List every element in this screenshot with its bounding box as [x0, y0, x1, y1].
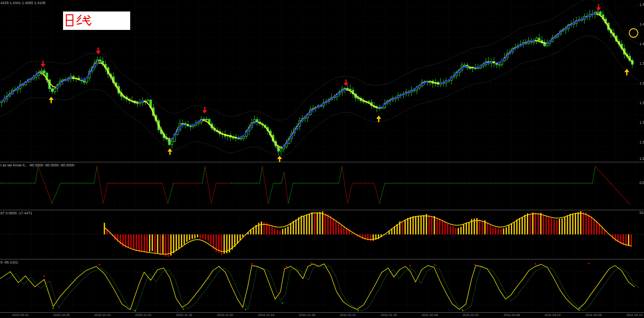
stoch-dot-red — [286, 266, 287, 267]
candles-layer — [1, 9, 634, 155]
bollinger-lower — [0, 36, 639, 156]
time-axis[interactable]: 2010.09.212010.10.052010.10.192010.11.02… — [0, 313, 644, 318]
period-label-glyphs — [63, 11, 130, 30]
semaphore-segment — [595, 166, 630, 205]
time-axis-label: 2010.12.14 — [258, 313, 274, 317]
time-axis-label: 2010.11.02 — [135, 313, 151, 317]
semaphore-segment — [380, 166, 595, 203]
stoch-dot-red — [535, 263, 536, 265]
right-axis-label: 1.3340 — [639, 120, 644, 125]
stoch-dot-red — [588, 263, 590, 264]
sell-arrow-icon — [202, 107, 207, 114]
stoch-signal-line — [5, 266, 640, 311]
time-axis-label: 2010.11.16 — [176, 313, 192, 317]
time-axis-label: 2011.03.08 — [504, 313, 520, 317]
stoch-dot-red — [311, 263, 312, 264]
right-axis-label: 0.0 — [639, 181, 644, 185]
stoch-dot-red — [251, 263, 253, 265]
stoch-dot-green — [579, 310, 580, 311]
stochastic-pane-info: 9 -85.1421 — [0, 260, 18, 264]
time-axis-label: 2011.04.19 — [626, 313, 642, 317]
stoch-dot-green — [245, 309, 246, 310]
grid-layer — [0, 0, 644, 312]
stoch-dot-green — [462, 310, 463, 311]
time-axis-label: 2011.03.22 — [545, 313, 560, 317]
trend-line-segment — [144, 101, 170, 139]
histogram-bars — [104, 211, 632, 257]
semaphore-segment — [97, 166, 168, 203]
stoch-main-line — [0, 264, 635, 310]
buy-arrow-icon — [624, 69, 629, 75]
right-axis-label: 1.3535 — [639, 101, 644, 105]
semaphore-segment — [52, 166, 97, 203]
right-axis-label: 1.4510 — [639, 2, 644, 7]
right-axis-label: 1.3145 — [639, 140, 644, 144]
semaphore-segment — [342, 166, 380, 203]
white-ma-line — [0, 13, 633, 149]
glyph-xian-icon — [77, 15, 91, 25]
trend-line-segment — [99, 63, 139, 102]
sell-arrow-icon — [96, 48, 101, 54]
trend-line-segment — [495, 41, 535, 63]
semaphore-pane — [0, 166, 630, 205]
histogram-pane — [104, 211, 632, 257]
time-axis-label: 2011.02.22 — [463, 313, 479, 317]
histogram-signal-line — [104, 213, 631, 254]
time-axis-label: 2011.01.25 — [381, 313, 397, 317]
time-axis-label: 2010.11.30 — [217, 313, 233, 317]
buy-arrow-icon — [167, 148, 172, 155]
time-axis-label: 2011.02.08 — [422, 313, 438, 317]
stoch-dot-red — [410, 265, 411, 266]
glyph-ri-icon — [66, 15, 73, 26]
semaphore-segment — [288, 166, 342, 203]
chart-window: 4229 1.4341 1.4065 1.4106 t as we know i… — [0, 0, 644, 318]
right-axis-label: 1.3925 — [639, 61, 644, 66]
chart-canvas[interactable] — [0, 0, 644, 318]
time-axis-label: 2010.12.28 — [299, 313, 315, 317]
stoch-dot-red — [99, 264, 100, 266]
right-axis-label: 1.4315 — [639, 22, 644, 26]
histogram-pane-info: 87 0.0000 -17.4471 — [0, 211, 32, 215]
stoch-dot-green — [183, 309, 184, 310]
trend-line-segment — [468, 67, 474, 67]
stoch-dot-green — [135, 310, 136, 311]
semaphore-segment — [168, 183, 174, 203]
stochastic-pane — [0, 263, 640, 312]
time-axis-label: 2010.10.19 — [94, 313, 111, 317]
sell-arrow-icon — [596, 4, 601, 11]
stoch-dot-red — [475, 264, 476, 266]
time-axis-label: 2010.09.21 — [12, 313, 29, 317]
period-label-box[interactable] — [63, 11, 130, 30]
right-axis-label: 1.2990 — [639, 157, 644, 161]
stoch-dot-green — [358, 310, 359, 311]
semaphore-segment — [231, 166, 262, 183]
time-axis-label: 2011.01.11 — [340, 313, 356, 317]
time-axis-label: 2010.10.05 — [53, 313, 70, 317]
trend-line-segment — [493, 62, 495, 63]
price-pane-info: 4229 1.4341 1.4065 1.4106 — [0, 1, 45, 5]
stoch-dot-green — [53, 308, 54, 309]
right-axis-label: 1.3730 — [639, 81, 644, 85]
buy-arrow-icon — [376, 116, 381, 122]
semaphore-segment — [0, 166, 38, 183]
right-axis-label: 53. — [639, 211, 644, 215]
stoch-dot-red — [434, 265, 436, 266]
semaphore-segment — [262, 166, 268, 203]
buy-arrow-icon — [49, 97, 54, 103]
semaphore-segment — [202, 166, 205, 183]
semaphore-segment — [284, 172, 288, 203]
buy-arrow-icon — [277, 156, 282, 162]
semaphore-segment — [38, 166, 52, 203]
right-axis-label: 1.4120 — [639, 42, 644, 46]
stoch-dot-green — [282, 302, 283, 304]
highlight-circle[interactable] — [629, 28, 638, 38]
semaphore-segment — [205, 166, 231, 203]
time-axis-label: 2011.04.05 — [585, 313, 601, 317]
stoch-dot-red — [44, 276, 45, 277]
semaphore-pane-info: t as we know it... -90.0000 -90.0000 -90… — [0, 163, 75, 167]
